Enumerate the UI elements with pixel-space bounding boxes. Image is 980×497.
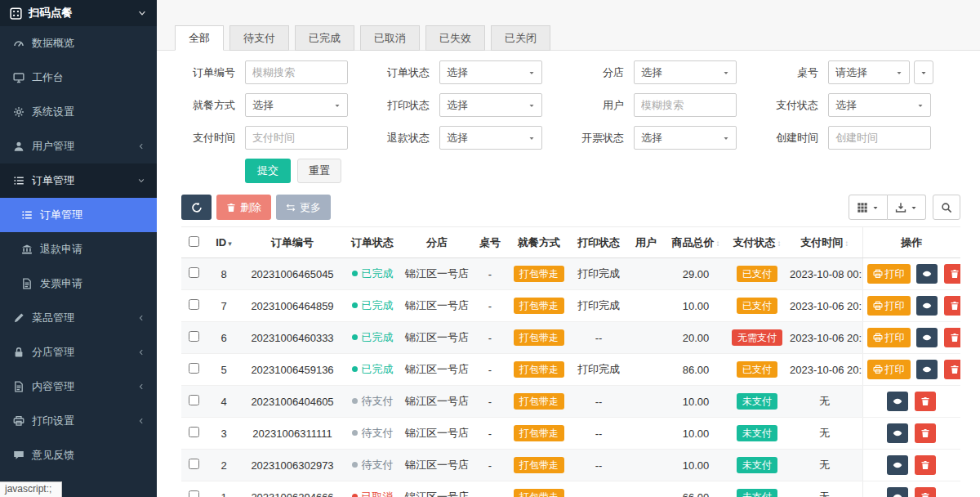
view-button[interactable] <box>887 455 908 475</box>
sidebar-item-label: 工作台 <box>32 70 64 85</box>
sidebar-item-user-management[interactable]: 用户管理 <box>0 129 157 163</box>
col-header-label: 商品总价 <box>672 236 715 248</box>
tab-expired[interactable]: 已失效 <box>425 25 485 51</box>
more-button[interactable]: 更多 <box>276 195 331 220</box>
row-checkbox[interactable] <box>189 427 199 437</box>
sidebar-subitem-orders[interactable]: 订单管理 <box>0 198 157 232</box>
col-header-pay-time[interactable]: 支付时间↕ <box>787 227 862 258</box>
cell-table-no: - <box>472 258 508 290</box>
trash-icon <box>950 269 960 279</box>
cell-branch: 锦江区一号店 <box>402 258 472 290</box>
row-delete-button[interactable] <box>944 296 960 316</box>
branch-select[interactable]: 选择 <box>634 60 737 84</box>
row-delete-button[interactable] <box>944 360 960 379</box>
cell-table-no: - <box>472 290 508 322</box>
order-status-select[interactable]: 选择 <box>439 60 542 84</box>
row-checkbox[interactable] <box>189 299 199 310</box>
invoice-status-select[interactable]: 选择 <box>634 126 737 150</box>
sidebar-item-print-settings[interactable]: 打印设置 <box>0 404 157 438</box>
sidebar-item-overview[interactable]: 数据概览 <box>0 26 157 60</box>
sidebar-item-branch-management[interactable]: 分店管理 <box>0 335 157 369</box>
sidebar-item-order-management[interactable]: 订单管理 <box>0 163 157 198</box>
view-button[interactable] <box>887 392 908 411</box>
export-button[interactable] <box>888 195 926 220</box>
cell-print: 打印完成 <box>570 354 627 386</box>
order-no-input[interactable] <box>245 60 348 84</box>
table-no-select[interactable]: 请选择 <box>828 60 910 84</box>
row-checkbox[interactable] <box>189 395 199 405</box>
table-no-dropdown-button[interactable] <box>914 60 933 84</box>
print-status-select[interactable]: 选择 <box>439 93 542 117</box>
refund-status-select[interactable]: 选择 <box>439 126 542 150</box>
sidebar-item-content-management[interactable]: 内容管理 <box>0 369 157 404</box>
print-button[interactable]: 打印 <box>867 360 911 379</box>
tab-cancelled[interactable]: 已取消 <box>360 25 420 51</box>
sidebar-item-feedback[interactable]: 意见反馈 <box>0 438 157 472</box>
dining-badge: 打包带走 <box>514 266 564 282</box>
row-delete-button[interactable] <box>915 455 936 475</box>
cell-status: 已完成 <box>343 258 402 290</box>
cell-actions <box>862 450 960 481</box>
view-button[interactable] <box>916 328 938 347</box>
user-input[interactable] <box>634 93 737 117</box>
pay-time-input[interactable] <box>245 126 348 150</box>
row-checkbox[interactable] <box>189 267 199 278</box>
row-delete-button[interactable] <box>944 264 960 284</box>
view-button[interactable] <box>916 360 938 379</box>
tab-all[interactable]: 全部 <box>175 25 224 51</box>
delete-button[interactable]: 删除 <box>216 195 271 220</box>
tab-closed[interactable]: 已关闭 <box>491 25 550 51</box>
row-delete-button[interactable] <box>915 487 936 497</box>
row-delete-button[interactable] <box>915 423 936 443</box>
cell-total: 10.00 <box>665 386 727 418</box>
row-checkbox[interactable] <box>189 331 199 342</box>
col-header-total[interactable]: 商品总价↕ <box>665 227 727 258</box>
dining-mode-select[interactable]: 选择 <box>245 93 348 117</box>
cell-order-no: 20231006302973 <box>242 450 343 481</box>
tab-completed[interactable]: 已完成 <box>295 25 354 51</box>
chevron-down-icon[interactable] <box>137 8 147 18</box>
refresh-button[interactable] <box>181 195 212 220</box>
print-button[interactable]: 打印 <box>867 264 911 284</box>
reset-button[interactable]: 重置 <box>297 159 341 183</box>
columns-toggle-button[interactable] <box>849 195 888 220</box>
row-checkbox[interactable] <box>189 363 199 374</box>
sidebar-item-label: 系统设置 <box>32 105 74 119</box>
row-checkbox[interactable] <box>189 459 199 469</box>
cell-actions <box>862 386 960 418</box>
cell-print: -- <box>570 386 627 418</box>
col-header-pay-status[interactable]: 支付状态↕ <box>727 227 787 258</box>
cell-status: 已取消 <box>343 481 402 497</box>
cell-select <box>181 354 206 386</box>
view-button[interactable] <box>916 264 938 284</box>
printer-icon <box>13 415 24 427</box>
sidebar-subitem-refund-requests[interactable]: 退款申请 <box>0 232 157 266</box>
row-checkbox[interactable] <box>189 490 199 497</box>
app-logo[interactable]: 扫码点餐 <box>0 0 157 26</box>
print-button[interactable]: 打印 <box>867 296 911 316</box>
user-label: 用户 <box>570 98 634 113</box>
col-header-id[interactable]: ID▾ <box>206 227 242 258</box>
file-icon <box>21 278 33 289</box>
print-button[interactable]: 打印 <box>867 328 911 347</box>
sidebar-subitem-invoice-requests[interactable]: 发票申请 <box>0 266 157 301</box>
submit-button[interactable]: 提交 <box>245 159 291 183</box>
tab-pending-payment[interactable]: 待支付 <box>229 25 289 51</box>
select-value: 选择 <box>447 65 468 80</box>
cell-actions: 打印 <box>862 354 960 386</box>
view-button[interactable] <box>887 423 908 443</box>
pay-status-select[interactable]: 选择 <box>828 93 931 117</box>
content-panel: 订单编号 订单状态 选择 分店 选择 <box>157 51 980 497</box>
sidebar-item-system-settings[interactable]: 系统设置 <box>0 95 157 129</box>
select-all-checkbox[interactable] <box>189 236 199 247</box>
cell-order-no: 20231006459136 <box>242 354 343 386</box>
cell-print: -- <box>570 322 627 354</box>
create-time-input[interactable] <box>828 126 931 150</box>
view-button[interactable] <box>916 296 938 316</box>
view-button[interactable] <box>887 487 908 497</box>
sidebar-item-workbench[interactable]: 工作台 <box>0 60 157 95</box>
search-toggle-button[interactable] <box>933 195 960 220</box>
row-delete-button[interactable] <box>944 328 960 347</box>
sidebar-item-dish-management[interactable]: 菜品管理 <box>0 301 157 335</box>
row-delete-button[interactable] <box>915 392 936 411</box>
